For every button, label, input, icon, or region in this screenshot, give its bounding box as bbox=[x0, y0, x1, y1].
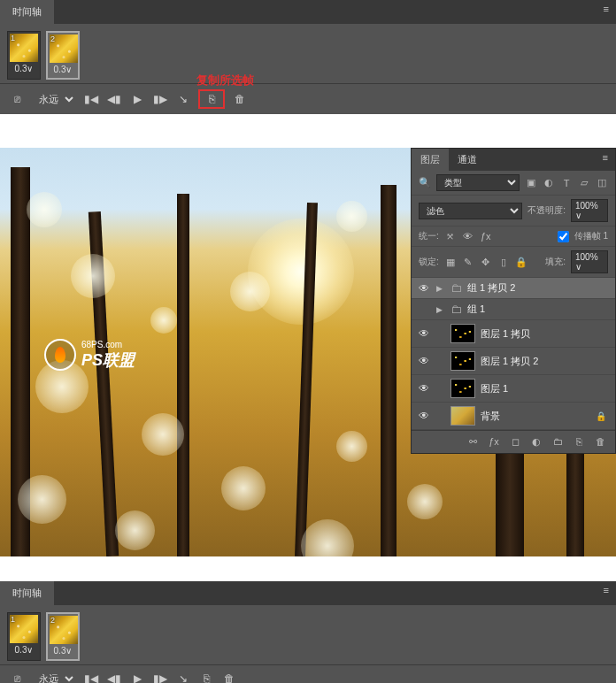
bokeh-circle bbox=[301, 519, 354, 556]
prev-frame-icon[interactable]: ◀▮ bbox=[106, 93, 122, 105]
frame-1[interactable]: 1 0.3∨ bbox=[7, 612, 41, 661]
frame-1[interactable]: 1 0.3∨ bbox=[7, 31, 41, 80]
frame-2[interactable]: 2 0.3∨ bbox=[46, 31, 80, 80]
lock-all-icon[interactable]: 🔒 bbox=[515, 257, 527, 268]
adjustment-layer-icon[interactable]: ◐ bbox=[530, 436, 543, 448]
filter-pixel-icon[interactable]: ▣ bbox=[525, 177, 537, 188]
layer-list: 👁 ▶ 🗀 组 1 拷贝 2 ▶ 🗀 组 1 👁 图层 1 拷贝 👁 bbox=[412, 278, 615, 430]
duplicate-frame-icon[interactable]: ⎘ bbox=[198, 672, 214, 683]
prev-frame-icon[interactable]: ◀▮ bbox=[106, 672, 122, 683]
link-layers-icon[interactable]: ⚯ bbox=[466, 436, 479, 448]
unify-visibility-icon[interactable]: 👁 bbox=[462, 231, 474, 242]
timeline-controls: ⎚ 永远 ▮◀ ◀▮ ▶ ▮▶ ↘ ⎘ 🗑 bbox=[0, 83, 616, 114]
layer-row-layer-copy2[interactable]: 👁 图层 1 拷贝 2 bbox=[412, 348, 615, 375]
annotation-label: 复制所选帧 bbox=[196, 73, 254, 88]
loop-select[interactable]: 永远 bbox=[32, 91, 76, 107]
duplicate-frame-icon[interactable]: ⎘ bbox=[204, 93, 219, 105]
layer-name[interactable]: 背景 bbox=[481, 410, 590, 423]
layer-name[interactable]: 图层 1 bbox=[481, 382, 610, 395]
lock-pixels-icon[interactable]: ✎ bbox=[462, 257, 474, 268]
layer-name[interactable]: 图层 1 拷贝 2 bbox=[481, 355, 610, 368]
layer-style-icon[interactable]: ƒx bbox=[488, 436, 500, 448]
layers-footer: ⚯ ƒx ◻ ◐ 🗀 ⎘ 🗑 bbox=[412, 430, 615, 453]
layer-mask-icon[interactable]: ◻ bbox=[509, 436, 521, 448]
blend-mode-select[interactable]: 滤色 bbox=[419, 203, 522, 219]
frame-delay-dropdown[interactable]: 0.3∨ bbox=[50, 63, 76, 76]
panel-menu-icon[interactable]: ≡ bbox=[596, 149, 615, 171]
layer-row-background[interactable]: 👁 背景 🔒 bbox=[412, 403, 615, 430]
timeline-tab[interactable]: 时间轴 bbox=[0, 581, 54, 605]
layer-thumbnail[interactable] bbox=[450, 406, 475, 426]
delete-frame-icon[interactable]: 🗑 bbox=[221, 672, 237, 683]
bokeh-circle bbox=[27, 192, 62, 227]
frame-delay-dropdown[interactable]: 0.3∨ bbox=[50, 644, 76, 657]
expand-icon[interactable]: ▶ bbox=[436, 284, 445, 293]
bokeh-circle bbox=[142, 413, 184, 456]
convert-timeline-icon[interactable]: ⎚ bbox=[9, 93, 25, 105]
loop-select[interactable]: 永远 bbox=[32, 671, 76, 683]
timeline-tab[interactable]: 时间轴 bbox=[0, 0, 54, 24]
canvas-area[interactable]: 68PS.com PS联盟 ≪ × 图层 通道 ≡ 🔍 类型 ▣ ◐ T ▱ ◫… bbox=[0, 148, 616, 556]
tab-layers[interactable]: 图层 bbox=[412, 149, 449, 171]
lock-position-icon[interactable]: ✥ bbox=[480, 257, 492, 268]
layer-thumbnail[interactable] bbox=[450, 351, 475, 371]
propagate-checkbox[interactable] bbox=[558, 231, 569, 242]
tween-icon[interactable]: ↘ bbox=[175, 93, 191, 105]
frame-2[interactable]: 2 0.3∨ bbox=[46, 612, 80, 661]
first-frame-icon[interactable]: ▮◀ bbox=[83, 672, 99, 683]
search-icon[interactable]: 🔍 bbox=[419, 177, 431, 188]
visibility-toggle-icon[interactable]: 👁 bbox=[417, 327, 431, 340]
panel-menu-icon[interactable]: ≡ bbox=[597, 0, 616, 24]
visibility-toggle-icon[interactable]: 👁 bbox=[417, 410, 431, 422]
layer-name[interactable]: 组 1 拷贝 2 bbox=[467, 281, 610, 295]
layer-row-layer-copy[interactable]: 👁 图层 1 拷贝 bbox=[412, 320, 615, 348]
layer-thumbnail[interactable] bbox=[450, 379, 475, 398]
layer-row-layer1[interactable]: 👁 图层 1 bbox=[412, 375, 615, 403]
filter-shape-icon[interactable]: ▱ bbox=[578, 177, 590, 188]
panel-menu-icon[interactable]: ≡ bbox=[597, 581, 616, 605]
filter-adjustment-icon[interactable]: ◐ bbox=[543, 177, 555, 188]
frame-number: 2 bbox=[50, 35, 55, 43]
lock-transparency-icon[interactable]: ▦ bbox=[444, 257, 457, 268]
watermark-logo bbox=[44, 339, 76, 371]
frame-delay-dropdown[interactable]: 0.3∨ bbox=[10, 62, 38, 75]
fill-value[interactable]: 100% ∨ bbox=[571, 250, 608, 273]
frame-strip: 1 0.3∨ 2 0.3∨ bbox=[7, 31, 609, 80]
delete-frame-icon[interactable]: 🗑 bbox=[232, 93, 248, 105]
opacity-value[interactable]: 100% ∨ bbox=[571, 199, 608, 222]
bokeh-circle bbox=[18, 475, 66, 524]
frame-delay-dropdown[interactable]: 0.3∨ bbox=[10, 643, 38, 656]
tree-trunk bbox=[177, 194, 189, 556]
unify-style-icon[interactable]: ƒx bbox=[480, 231, 492, 242]
layer-name[interactable]: 图层 1 拷贝 bbox=[481, 327, 610, 341]
filter-smart-icon[interactable]: ◫ bbox=[596, 177, 608, 188]
visibility-toggle-icon[interactable]: 👁 bbox=[417, 355, 431, 367]
layer-name[interactable]: 组 1 bbox=[467, 303, 610, 316]
tween-icon[interactable]: ↘ bbox=[175, 672, 191, 683]
layer-row-group1[interactable]: ▶ 🗀 组 1 bbox=[412, 299, 615, 320]
new-layer-icon[interactable]: ⎘ bbox=[573, 436, 585, 448]
visibility-toggle-icon[interactable]: 👁 bbox=[417, 282, 431, 295]
first-frame-icon[interactable]: ▮◀ bbox=[83, 93, 99, 105]
lock-artboard-icon[interactable]: ▯ bbox=[497, 257, 510, 268]
convert-timeline-icon[interactable]: ⎚ bbox=[9, 672, 25, 683]
filter-type-icon[interactable]: T bbox=[560, 178, 573, 188]
visibility-toggle-icon[interactable]: 👁 bbox=[417, 382, 431, 395]
delete-layer-icon[interactable]: 🗑 bbox=[594, 436, 606, 448]
blend-opacity-row: 滤色 不透明度: 100% ∨ bbox=[412, 196, 615, 226]
layer-thumbnail[interactable] bbox=[450, 324, 475, 343]
next-frame-icon[interactable]: ▮▶ bbox=[152, 672, 168, 683]
play-icon[interactable]: ▶ bbox=[129, 93, 145, 105]
next-frame-icon[interactable]: ▮▶ bbox=[152, 93, 168, 105]
bokeh-circle bbox=[71, 254, 115, 298]
layer-row-group-copy2[interactable]: 👁 ▶ 🗀 组 1 拷贝 2 bbox=[412, 278, 615, 299]
tab-channels[interactable]: 通道 bbox=[449, 149, 486, 171]
opacity-label: 不透明度: bbox=[527, 204, 566, 217]
expand-icon[interactable]: ▶ bbox=[436, 305, 445, 314]
unify-position-icon[interactable]: ⤧ bbox=[444, 231, 457, 242]
sun-glow bbox=[248, 219, 354, 325]
new-group-icon[interactable]: 🗀 bbox=[551, 436, 564, 448]
play-icon[interactable]: ▶ bbox=[129, 672, 145, 683]
filter-kind-select[interactable]: 类型 bbox=[436, 174, 520, 191]
timeline-tab-bar: 时间轴 ≡ bbox=[0, 0, 616, 24]
